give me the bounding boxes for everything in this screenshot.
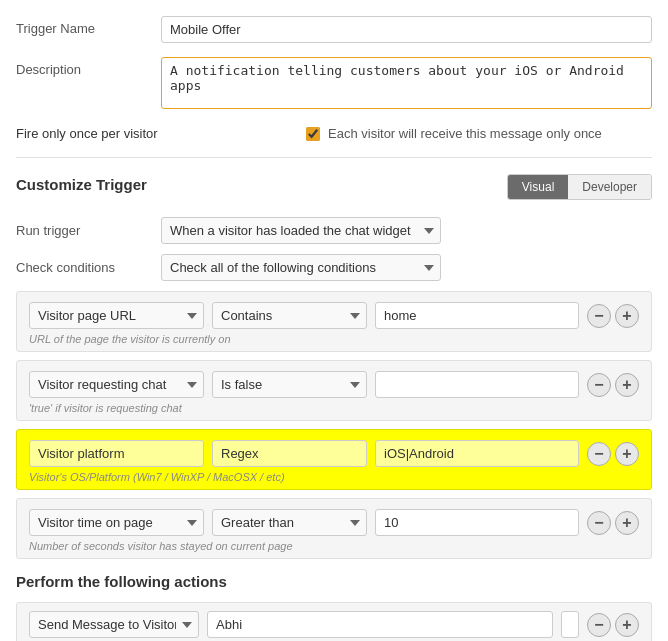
condition-1-col2-select[interactable]: Contains: [212, 302, 367, 329]
divider-1: [16, 157, 652, 158]
action-plus-btn[interactable]: +: [615, 613, 639, 637]
condition-1-btn-pair: − +: [587, 304, 639, 328]
action-row: Send Message to Visitor − +: [16, 602, 652, 641]
check-conditions-select[interactable]: Check all of the following conditions: [161, 254, 441, 281]
condition-2-plus-btn[interactable]: +: [615, 373, 639, 397]
condition-1-plus-btn[interactable]: +: [615, 304, 639, 328]
condition-row-2: Visitor requesting chat Is false − +: [29, 371, 639, 398]
check-conditions-label: Check conditions: [16, 260, 161, 275]
fire-once-helper: Each visitor will receive this message o…: [328, 126, 602, 141]
condition-1-col1-select[interactable]: Visitor page URL: [29, 302, 204, 329]
trigger-name-label: Trigger Name: [16, 16, 161, 36]
condition-block-2: Visitor requesting chat Is false − + 'tr…: [16, 360, 652, 421]
condition-4-value-input[interactable]: [375, 509, 579, 536]
fire-once-row: Fire only once per visitor Each visitor …: [16, 126, 652, 141]
conditions-section: Visitor page URL Contains − + URL of the…: [16, 291, 652, 559]
action-type-select[interactable]: Send Message to Visitor: [29, 611, 199, 638]
condition-row-4: Visitor time on page Greater than − +: [29, 509, 639, 536]
run-trigger-label: Run trigger: [16, 223, 161, 238]
trigger-name-input[interactable]: [161, 16, 652, 43]
description-textarea[interactable]: [161, 57, 652, 109]
condition-1-minus-btn[interactable]: −: [587, 304, 611, 328]
fire-once-label: Fire only once per visitor: [16, 126, 158, 141]
condition-2-col2-select[interactable]: Is false: [212, 371, 367, 398]
condition-4-hint: Number of seconds visitor has stayed on …: [29, 540, 639, 552]
condition-4-plus-btn[interactable]: +: [615, 511, 639, 535]
action-from-input[interactable]: [207, 611, 553, 638]
customize-trigger-title: Customize Trigger: [16, 176, 147, 193]
condition-2-col1-select[interactable]: Visitor requesting chat: [29, 371, 204, 398]
perform-actions-title: Perform the following actions: [16, 573, 652, 590]
condition-row-1: Visitor page URL Contains − +: [29, 302, 639, 329]
condition-2-value-input[interactable]: [375, 371, 579, 398]
action-btn-pair: − +: [587, 613, 639, 637]
condition-2-btn-pair: − +: [587, 373, 639, 397]
tab-visual[interactable]: Visual: [508, 175, 568, 199]
tab-developer[interactable]: Developer: [568, 175, 651, 199]
condition-block-4: Visitor time on page Greater than − + Nu…: [16, 498, 652, 559]
condition-4-col2-select[interactable]: Greater than: [212, 509, 367, 536]
fire-once-checkbox[interactable]: [306, 127, 320, 141]
action-message-input[interactable]: [561, 611, 579, 638]
trigger-name-control: [161, 16, 652, 43]
condition-3-btn-pair: − +: [587, 442, 639, 466]
condition-4-minus-btn[interactable]: −: [587, 511, 611, 535]
condition-row-3: Visitor platform Regex − +: [29, 440, 639, 467]
check-conditions-row: Check conditions Check all of the follow…: [16, 254, 652, 281]
condition-3-hint: Visitor's OS/Platform (Win7 / WinXP / Ma…: [29, 471, 639, 483]
description-label: Description: [16, 57, 161, 77]
tab-group: Visual Developer: [507, 174, 652, 200]
run-trigger-row: Run trigger When a visitor has loaded th…: [16, 217, 652, 244]
run-trigger-select[interactable]: When a visitor has loaded the chat widge…: [161, 217, 441, 244]
condition-3-minus-btn[interactable]: −: [587, 442, 611, 466]
condition-4-btn-pair: − +: [587, 511, 639, 535]
condition-block-3: Visitor platform Regex − + Visitor's OS/…: [16, 429, 652, 490]
condition-3-col2-select[interactable]: Regex: [212, 440, 367, 467]
condition-1-value-input[interactable]: [375, 302, 579, 329]
condition-1-hint: URL of the page the visitor is currently…: [29, 333, 639, 345]
description-row: Description: [16, 57, 652, 112]
description-control: [161, 57, 652, 112]
trigger-name-row: Trigger Name: [16, 16, 652, 43]
actions-section: Perform the following actions Send Messa…: [16, 573, 652, 641]
condition-3-value-input[interactable]: [375, 440, 579, 467]
condition-4-col1-select[interactable]: Visitor time on page: [29, 509, 204, 536]
fire-once-label-spacer: Fire only once per visitor: [16, 126, 161, 141]
condition-block-1: Visitor page URL Contains − + URL of the…: [16, 291, 652, 352]
condition-3-plus-btn[interactable]: +: [615, 442, 639, 466]
action-minus-btn[interactable]: −: [587, 613, 611, 637]
customize-trigger-header: Customize Trigger Visual Developer: [16, 168, 652, 205]
condition-2-minus-btn[interactable]: −: [587, 373, 611, 397]
condition-3-col1-select[interactable]: Visitor platform: [29, 440, 204, 467]
condition-2-hint: 'true' if visitor is requesting chat: [29, 402, 639, 414]
